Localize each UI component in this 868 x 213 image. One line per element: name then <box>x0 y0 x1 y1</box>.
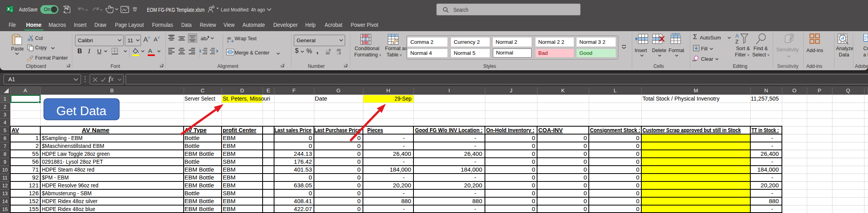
svg-text:0: 0 <box>636 174 639 181</box>
svg-text:Server Select: Server Select <box>184 95 216 102</box>
svg-text:-: - <box>771 190 773 196</box>
svg-text:I: I <box>449 88 450 93</box>
svg-text:ab: ab <box>201 36 206 41</box>
svg-text:0: 0 <box>357 174 361 181</box>
svg-text:Formulas: Formulas <box>152 22 173 28</box>
svg-text:-: - <box>771 158 773 165</box>
svg-text:Macros: Macros <box>49 22 66 28</box>
svg-text:HDPE Resolve 96oz red: HDPE Resolve 96oz red <box>42 182 98 189</box>
svg-text:20,200: 20,200 <box>761 182 779 189</box>
svg-text:EBM: EBM <box>223 174 236 181</box>
svg-text:EBM Bottle: EBM Bottle <box>184 182 214 189</box>
svg-text:Bottle: Bottle <box>184 190 199 196</box>
svg-text:H: H <box>386 88 390 93</box>
svg-text:-: - <box>474 206 476 212</box>
svg-text:0: 0 <box>532 158 535 165</box>
svg-text:Data: Data <box>181 22 192 28</box>
svg-text:View: View <box>224 22 235 28</box>
svg-text:Q: Q <box>846 88 850 93</box>
svg-text:0: 0 <box>636 190 639 196</box>
svg-text:Review: Review <box>200 22 216 28</box>
svg-text:EBM: EBM <box>223 135 236 141</box>
svg-text:3: 3 <box>4 112 6 118</box>
svg-text:Last Modified: 4h ago: Last Modified: 4h ago <box>221 7 265 13</box>
svg-text:L: L <box>614 88 617 93</box>
svg-text:Consignment Stock :: Consignment Stock : <box>590 127 640 133</box>
svg-text:-: - <box>403 190 405 196</box>
svg-text:B: B <box>110 88 114 93</box>
svg-text:6: 6 <box>4 136 6 141</box>
svg-text:c: c <box>227 39 229 43</box>
svg-text:-: - <box>474 135 476 141</box>
svg-text:Z: Z <box>735 39 738 44</box>
svg-text:0: 0 <box>584 174 587 181</box>
svg-text:0: 0 <box>357 166 361 173</box>
svg-text:0: 0 <box>584 182 587 189</box>
svg-text:184,000: 184,000 <box>390 166 411 173</box>
svg-text:Bottle: Bottle <box>184 135 199 141</box>
svg-text:26,400: 26,400 <box>761 150 779 157</box>
svg-text:-: - <box>403 206 405 212</box>
svg-text:HDPE Steam 48oz red: HDPE Steam 48oz red <box>42 166 94 173</box>
svg-text:AV Name: AV Name <box>82 127 109 133</box>
svg-text:0: 0 <box>636 142 639 149</box>
svg-text:0: 0 <box>636 166 639 173</box>
svg-text:20,200: 20,200 <box>464 182 482 189</box>
svg-text:0: 0 <box>636 158 639 165</box>
svg-text:-: - <box>474 142 476 149</box>
svg-text:Pieces: Pieces <box>367 127 383 133</box>
svg-text:Power Pivot: Power Pivot <box>351 22 378 28</box>
svg-text:56: 56 <box>32 158 39 165</box>
svg-text:71: 71 <box>32 166 39 173</box>
svg-text:1: 1 <box>36 135 39 141</box>
svg-text:0: 0 <box>357 206 361 212</box>
svg-text:TT in Stock :: TT in Stock : <box>752 127 779 133</box>
svg-text:Help: Help <box>305 22 316 28</box>
svg-text:0: 0 <box>532 166 535 173</box>
svg-text:Automate: Automate <box>242 22 265 28</box>
svg-text:profit Center: profit Center <box>223 127 256 133</box>
svg-text:0: 0 <box>584 158 587 165</box>
svg-text:14: 14 <box>2 199 8 204</box>
svg-text:-: - <box>403 158 405 165</box>
svg-text:EBM: EBM <box>223 182 236 189</box>
svg-text:0: 0 <box>532 198 535 204</box>
svg-text:0: 0 <box>357 182 361 189</box>
svg-text:Bottle: Bottle <box>184 142 199 149</box>
svg-text:0: 0 <box>309 135 312 141</box>
svg-text:Customer Scrap approved but st: Customer Scrap approved but still in Sto… <box>643 127 741 133</box>
svg-text:Last sales Price: Last sales Price <box>274 127 312 133</box>
svg-text:K: K <box>561 88 565 93</box>
svg-text:29-Sep: 29-Sep <box>395 95 411 102</box>
svg-text:8: 8 <box>4 151 6 157</box>
svg-text:880: 880 <box>401 198 411 204</box>
svg-text:St. Peters, Missouri: St. Peters, Missouri <box>223 95 270 102</box>
svg-text:EBM Bottle: EBM Bottle <box>184 150 214 157</box>
svg-text:880: 880 <box>769 198 779 204</box>
svg-text:Get Data: Get Data <box>56 104 107 118</box>
svg-text:0: 0 <box>532 206 535 212</box>
svg-text:F: F <box>292 88 295 93</box>
svg-text:401.53: 401.53 <box>294 166 312 173</box>
svg-text:File: File <box>9 22 16 28</box>
svg-text:Good FG W/o INV Location :: Good FG W/o INV Location : <box>415 127 483 133</box>
svg-text:-: - <box>474 158 476 165</box>
svg-text:11,257,505: 11,257,505 <box>751 95 779 102</box>
svg-text:15: 15 <box>2 207 8 212</box>
svg-text:M: M <box>693 88 698 93</box>
svg-text:7: 7 <box>4 144 6 149</box>
svg-text:92: 92 <box>32 174 39 181</box>
svg-text:→0: →0 <box>336 51 341 55</box>
svg-text:0: 0 <box>636 198 639 204</box>
svg-text:-: - <box>771 174 773 181</box>
svg-text:184,000: 184,000 <box>461 166 482 173</box>
svg-text:20,200: 20,200 <box>393 182 411 189</box>
svg-text:0: 0 <box>357 190 361 196</box>
svg-text:Page Layout: Page Layout <box>115 22 144 28</box>
svg-text:Home: Home <box>26 22 41 28</box>
svg-text:N: N <box>764 88 768 93</box>
svg-text:Draw: Draw <box>94 22 107 28</box>
svg-text:126: 126 <box>29 190 39 196</box>
svg-text:11: 11 <box>2 175 8 181</box>
svg-text:EBM Bottle: EBM Bottle <box>184 206 214 212</box>
